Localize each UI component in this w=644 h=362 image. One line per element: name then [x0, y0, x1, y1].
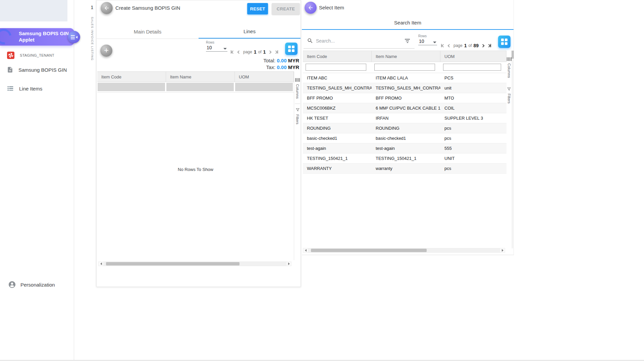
nav-label: Line Items [19, 86, 42, 92]
next-page-button[interactable] [479, 42, 486, 49]
item-cell: pcs [440, 123, 506, 133]
search-input[interactable] [316, 38, 401, 44]
item-name-filter-input[interactable] [374, 64, 435, 71]
filter-cell-item-name [372, 62, 440, 73]
filter-cell-item-name[interactable] [166, 82, 235, 92]
item-row[interactable]: WARRANTYwarrantypcs [303, 164, 506, 174]
empty-table-message: No Rows To Show [97, 167, 294, 172]
tab-lines[interactable]: Lines [199, 25, 301, 39]
workspace-tab-label: SALES INVOICE LISTING [91, 17, 94, 61]
add-line-button[interactable]: + [100, 45, 112, 57]
sidebar-collapse-button[interactable] [68, 31, 80, 43]
table-header-row: Item Code Item Name UOM [303, 51, 506, 62]
app-screen: Samsung BOPIS GIN Applet STAGING_TENANT … [0, 0, 644, 362]
column-header-item-name[interactable]: Item Name [166, 72, 235, 82]
columns-tab-label: Columns [507, 63, 511, 78]
sidebar-item-staging-tenant[interactable]: STAGING_TENANT [0, 50, 74, 60]
vertical-scrollbar[interactable] [512, 51, 514, 248]
item-code-filter-input[interactable] [306, 64, 366, 71]
item-row[interactable]: BFF PROMOBFF PROMOMTO [303, 93, 506, 103]
item-cell: WARRANTY [303, 164, 372, 173]
search-icon [307, 38, 313, 44]
sidebar-item-samsung-bopis-gin[interactable]: Samsung BOPIS GIN [0, 65, 74, 75]
prev-page-button[interactable] [235, 48, 242, 56]
side-tool-strip: Columns Filters [294, 71, 301, 260]
back-button[interactable] [305, 2, 317, 14]
item-row[interactable]: MCSC006BKZ6 MM² CU/PVC BLACK CABLE 1...C… [303, 103, 506, 113]
filter-cell-item-code[interactable] [97, 82, 166, 92]
grid-view-button[interactable] [498, 36, 511, 48]
scroll-right-button[interactable] [500, 248, 505, 252]
back-button[interactable] [101, 2, 113, 14]
column-header-uom[interactable]: UOM [235, 72, 294, 82]
item-cell: test-again [303, 143, 372, 153]
item-row[interactable]: ITEM ABCITEM ABC LALAPCS [303, 73, 506, 83]
item-cell: ITEM ABC [303, 73, 372, 83]
applet-title: Samsung BOPIS GIN Applet [19, 31, 74, 43]
pagination: page 1 of 1 [229, 47, 280, 57]
grid-view-button[interactable] [285, 43, 298, 55]
rows-per-page-select[interactable]: Rows 10 [206, 41, 227, 52]
nav-label: STAGING_TENANT [20, 53, 54, 57]
scrollbar-thumb[interactable] [311, 249, 427, 252]
active-tab-underline [302, 29, 514, 30]
scrollbar-track[interactable] [103, 262, 286, 266]
uom-filter-input[interactable] [443, 64, 501, 71]
item-cell: IRFAN [372, 113, 440, 123]
item-row[interactable]: TESTING_150421_1TESTING_150421_1UNIT [303, 154, 506, 164]
item-cell: TESTING_SALES_MH_CONTRACT [303, 83, 372, 93]
item-row[interactable]: HK TESETIRFANSUPPLER LEVEL 3 [303, 113, 506, 123]
item-cell: TESTING_SALES_MH_CONTRACT [372, 83, 440, 93]
dropdown-caret-icon [223, 48, 227, 50]
sidebar-item-line-items[interactable]: Line Items [0, 83, 74, 94]
item-row[interactable]: test-againtest-again555 [303, 143, 506, 154]
scrollbar-track[interactable] [308, 248, 500, 252]
page-bottom-divider [0, 360, 644, 361]
columns-panel-tab[interactable]: Columns [506, 57, 512, 78]
filter-list-icon[interactable] [404, 38, 411, 44]
item-cell: TESTING_150421_1 [372, 154, 440, 163]
filters-panel-tab[interactable]: Filters [294, 108, 301, 124]
items-table: Item Code Item Name UOM ITEM ABCITEM ABC… [303, 51, 506, 174]
rows-per-page-select[interactable]: Rows 10 [418, 34, 437, 45]
column-header-item-code[interactable]: Item Code [303, 51, 372, 62]
item-row[interactable]: TESTING_SALES_MH_CONTRACTTESTING_SALES_M… [303, 83, 506, 93]
person-icon [8, 281, 16, 289]
filter-cell-uom[interactable] [235, 82, 294, 92]
tab-search-item[interactable]: Search Item [302, 20, 514, 25]
item-cell: test-again [372, 143, 440, 153]
filters-panel-tab[interactable]: Filters [506, 87, 512, 104]
first-page-button[interactable] [229, 48, 235, 56]
prev-page-button[interactable] [446, 42, 452, 49]
item-row[interactable]: ROUNDINGROUNDINGpcs [303, 123, 506, 133]
item-cell: ITEM ABC LALA [372, 73, 440, 83]
column-header-item-code[interactable]: Item Code [97, 72, 166, 82]
lines-table: Item Code Item Name UOM [97, 71, 294, 93]
last-page-button[interactable] [273, 48, 280, 56]
tax-line: Tax: 0.00 MYR [263, 64, 299, 71]
scrollbar-thumb[interactable] [512, 51, 514, 59]
scrollbar-thumb[interactable] [106, 262, 239, 265]
reset-button[interactable]: RESET [247, 3, 268, 14]
column-header-uom[interactable]: UOM [440, 51, 506, 62]
horizontal-scrollbar [98, 261, 291, 266]
workspace-tab-sales-invoice-listing[interactable]: 1 SALES INVOICE LISTING [88, 0, 97, 287]
scroll-right-button[interactable] [286, 262, 291, 266]
scroll-left-button[interactable] [99, 262, 103, 266]
sidebar: Samsung BOPIS GIN Applet STAGING_TENANT … [0, 0, 74, 360]
column-header-item-name[interactable]: Item Name [372, 51, 440, 62]
plus-icon: + [104, 46, 109, 54]
item-row[interactable]: basic-checked1basic-checked1pcs [303, 133, 506, 143]
last-page-button[interactable] [486, 42, 493, 49]
create-button[interactable]: CREATE [272, 3, 300, 14]
next-page-button[interactable] [266, 48, 273, 56]
first-page-button[interactable] [439, 42, 446, 49]
table-filter-row [97, 82, 294, 93]
columns-panel-tab[interactable]: Columns [294, 78, 301, 99]
grid-icon [288, 46, 294, 52]
chevron-left-icon [76, 36, 77, 39]
scroll-left-button[interactable] [303, 248, 308, 252]
sidebar-item-personalization[interactable]: Personalization [0, 280, 74, 290]
tab-main-details[interactable]: Main Details [97, 25, 199, 39]
columns-tab-label: Columns [296, 84, 300, 99]
